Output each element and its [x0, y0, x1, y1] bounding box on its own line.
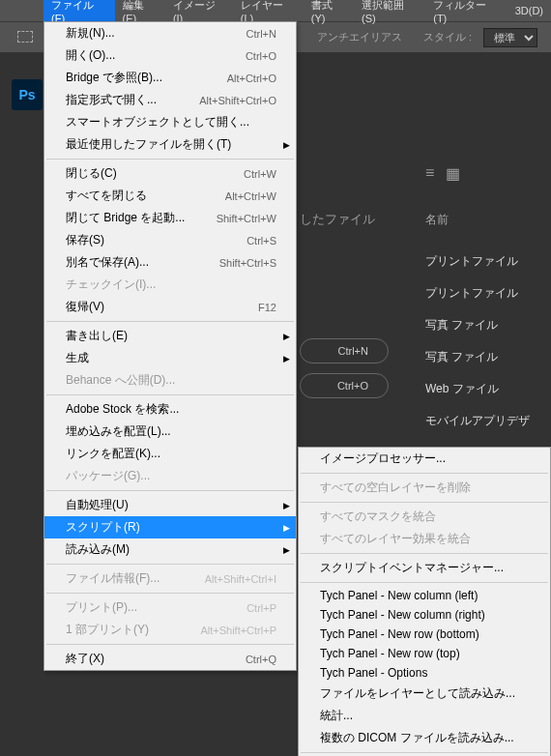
menu-item-label: 保存(S): [66, 232, 104, 248]
menu-item-label: Behance へ公開(D)...: [66, 372, 175, 389]
style-select[interactable]: 標準: [483, 28, 537, 47]
menu-item-label: すべてのレイヤー効果を統合: [320, 531, 471, 547]
menu-item-label: Tych Panel - New row (top): [320, 647, 460, 660]
preset-list-item[interactable]: プリントファイル: [406, 246, 551, 277]
file-menu-item[interactable]: 保存(S)Ctrl+S: [44, 229, 296, 251]
preset-list-item[interactable]: 写真 ファイル: [406, 309, 551, 341]
menu-item-label: 複数の DICOM ファイルを読み込み...: [320, 730, 514, 746]
menu-item-label: 閉じて Bridge を起動...: [66, 210, 185, 226]
list-view-icon[interactable]: ≡: [425, 164, 434, 183]
style-label: スタイル :: [423, 30, 472, 44]
menu-item-label: 終了(X): [66, 651, 104, 667]
menu-item-label: スクリプトイベントマネージャー...: [320, 560, 504, 576]
file-menu-item[interactable]: 指定形式で開く...Alt+Shift+Ctrl+O: [44, 89, 296, 111]
menu-item-label: プリント(P)...: [66, 599, 137, 616]
script-menu-item[interactable]: 統計...: [299, 705, 550, 727]
preset-list-item[interactable]: プリントファイル: [406, 277, 551, 309]
menu-item-label: 埋め込みを配置(L)...: [66, 423, 171, 440]
submenu-arrow-icon: ▶: [283, 332, 290, 341]
menu-item-label: Tych Panel - New row (bottom): [320, 627, 479, 641]
menu-item-shortcut: Ctrl+N: [246, 28, 276, 40]
grid-view-icon[interactable]: ▦: [446, 164, 460, 183]
menu-item-label: 生成: [66, 350, 89, 366]
preset-list-item[interactable]: 写真 ファイル: [406, 341, 551, 373]
menu-item-label: 別名で保存(A)...: [66, 254, 149, 271]
menu-separator: [301, 752, 548, 753]
menu-item-shortcut: Alt+Shift+Ctrl+P: [200, 625, 276, 636]
menu-separator: [301, 473, 548, 474]
menu-item-label: チェックイン(I)...: [66, 276, 156, 293]
file-menu-item[interactable]: 終了(X)Ctrl+Q: [44, 648, 296, 670]
file-menu-item: チェックイン(I)...: [44, 274, 296, 296]
menu-select[interactable]: 選択範囲(S): [354, 0, 425, 27]
file-menu-item[interactable]: 復帰(V)F12: [44, 296, 296, 318]
menu-type[interactable]: 書式(Y): [304, 0, 354, 27]
marquee-tool-icon: [17, 31, 33, 46]
file-menu-item[interactable]: 最近使用したファイルを開く(T)▶: [44, 133, 296, 156]
file-menu-item[interactable]: 開く(O)...Ctrl+O: [44, 44, 296, 67]
file-menu-item: パッケージ(G)...: [44, 465, 296, 487]
menu-item-shortcut: Alt+Ctrl+W: [225, 190, 276, 202]
menu-separator: [46, 593, 294, 594]
file-menu-item[interactable]: 書き出し(E)▶: [44, 325, 296, 347]
script-menu-item[interactable]: イメージプロセッサー...: [299, 448, 550, 470]
script-menu-item[interactable]: 複数の DICOM ファイルを読み込み...: [299, 727, 550, 749]
script-menu-item[interactable]: Tych Panel - New column (left): [299, 586, 550, 605]
file-menu-item[interactable]: リンクを配置(K)...: [44, 443, 296, 465]
menu-item-label: イメージプロセッサー...: [320, 451, 446, 467]
menu-item-shortcut: Ctrl+S: [246, 235, 276, 247]
menu-separator: [46, 394, 294, 395]
antialias-label: アンチエイリアス: [317, 30, 402, 44]
menu-item-label: Adobe Stock を検索...: [66, 401, 179, 418]
script-menu-item[interactable]: ファイルをレイヤーとして読み込み...: [299, 683, 550, 705]
menu-item-label: 統計...: [320, 708, 353, 724]
script-menu-item: すべての空白レイヤーを削除: [299, 477, 550, 499]
file-menu-item[interactable]: 閉じて Bridge を起動...Shift+Ctrl+W: [44, 207, 296, 229]
file-menu-item: ファイル情報(F)...Alt+Shift+Ctrl+I: [44, 567, 296, 590]
open-doc-button[interactable]: Ctrl+O: [300, 373, 389, 398]
menu-item-label: 書き出し(E): [66, 328, 128, 344]
menu-item-label: ファイル情報(F)...: [66, 570, 160, 587]
file-menu-item[interactable]: 自動処理(U)▶: [44, 494, 296, 516]
file-menu-item: Behance へ公開(D)...: [44, 369, 296, 392]
preset-list-item[interactable]: Web ファイル: [406, 373, 551, 405]
menu-item-shortcut: Shift+Ctrl+S: [219, 257, 276, 269]
file-menu-item[interactable]: スマートオブジェクトとして開く...: [44, 111, 296, 133]
file-menu-item[interactable]: Adobe Stock を検索...: [44, 398, 296, 421]
file-menu-item[interactable]: 別名で保存(A)...Shift+Ctrl+S: [44, 251, 296, 274]
file-menu-item: 1 部プリント(Y)Alt+Shift+Ctrl+P: [44, 619, 296, 641]
script-menu-item[interactable]: Tych Panel - New row (top): [299, 644, 550, 663]
file-menu-item[interactable]: 新規(N)...Ctrl+N: [44, 22, 296, 44]
menu-item-shortcut: Ctrl+P: [246, 602, 276, 614]
column-header-name[interactable]: 名前: [406, 212, 551, 228]
menu-item-label: Tych Panel - New column (left): [320, 589, 478, 602]
file-menu-item: プリント(P)...Ctrl+P: [44, 596, 296, 619]
menu-separator: [46, 490, 294, 491]
file-menu-item[interactable]: スクリプト(R)▶: [44, 516, 296, 538]
new-doc-button[interactable]: Ctrl+N: [300, 338, 389, 363]
menu-item-shortcut: Ctrl+Q: [246, 654, 276, 665]
menu-item-label: 1 部プリント(Y): [66, 622, 149, 638]
menu-separator: [46, 321, 294, 322]
menu-item-label: Tych Panel - Options: [320, 666, 427, 680]
file-menu-item[interactable]: Bridge で参照(B)...Alt+Ctrl+O: [44, 67, 296, 89]
menu-filter[interactable]: フィルター(T): [425, 0, 507, 27]
script-menu-item[interactable]: Tych Panel - New column (right): [299, 605, 550, 625]
menu-item-shortcut: Ctrl+W: [244, 168, 276, 180]
menu-item-label: ファイルをレイヤーとして読み込み...: [320, 685, 515, 702]
menu-3d[interactable]: 3D(D): [508, 2, 551, 19]
script-menu-item[interactable]: Tych Panel - Options: [299, 663, 550, 683]
script-menu-item[interactable]: Tych Panel - New row (bottom): [299, 625, 550, 644]
menu-item-label: 復帰(V): [66, 299, 104, 315]
menu-item-label: すべての空白レイヤーを削除: [320, 480, 471, 496]
preset-list-item[interactable]: モバイルアプリデザ: [406, 405, 551, 437]
file-menu-item[interactable]: 閉じる(C)Ctrl+W: [44, 162, 296, 185]
menu-item-label: スクリプト(R): [66, 519, 140, 536]
file-menu-item[interactable]: 埋め込みを配置(L)...: [44, 421, 296, 443]
file-menu-item[interactable]: 生成▶: [44, 347, 296, 369]
file-menu-item[interactable]: 読み込み(M)▶: [44, 538, 296, 561]
file-menu-item[interactable]: すべてを閉じるAlt+Ctrl+W: [44, 185, 296, 207]
menu-separator: [301, 502, 548, 503]
menu-item-label: スマートオブジェクトとして開く...: [66, 114, 249, 131]
script-menu-item[interactable]: スクリプトイベントマネージャー...: [299, 557, 550, 579]
